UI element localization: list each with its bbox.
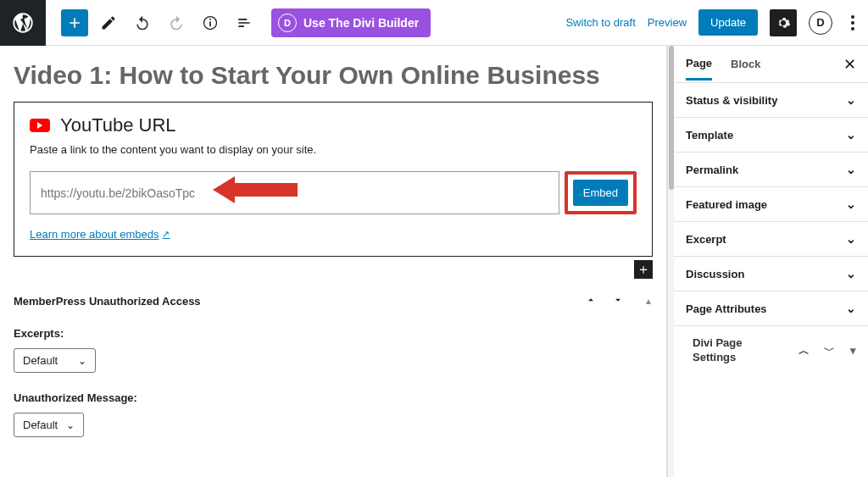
panel-label: Divi Page Settings xyxy=(693,336,769,365)
divi-panel-controls: ︿ ﹀ ▾ xyxy=(787,343,856,358)
panel-page-attributes[interactable]: Page Attributes⌄ xyxy=(674,291,868,326)
panel-excerpt[interactable]: Excerpt⌄ xyxy=(674,222,868,257)
editor-canvas: Video 1: How to Start Your Own Online Bu… xyxy=(0,46,666,477)
chevron-down-icon: ⌄ xyxy=(846,93,856,107)
panel-label: Excerpt xyxy=(686,233,726,246)
wordpress-logo[interactable] xyxy=(0,0,46,46)
section-move-down[interactable] xyxy=(612,294,624,308)
divi-builder-button[interactable]: D Use The Divi Builder xyxy=(271,8,431,37)
sidebar-scrollbar[interactable] xyxy=(667,46,674,477)
info-button[interactable] xyxy=(197,9,224,36)
scrollbar-thumb[interactable] xyxy=(669,46,674,190)
annotation-arrow xyxy=(213,176,298,203)
unauth-message-select[interactable]: Default ⌄ xyxy=(14,413,84,437)
learn-more-link[interactable]: Learn more about embeds ↗ xyxy=(30,228,170,241)
section-toggle[interactable]: ▲ xyxy=(644,297,653,306)
memberpress-heading: MemberPress Unauthorized Access xyxy=(14,295,201,308)
topbar-right: Switch to draft Preview Update D xyxy=(565,9,861,36)
update-button[interactable]: Update xyxy=(698,9,758,36)
svg-rect-2 xyxy=(209,19,211,20)
tab-block[interactable]: Block xyxy=(731,58,760,79)
panel-label: Status & visibility xyxy=(686,94,777,107)
divi-move-up[interactable]: ︿ xyxy=(798,344,810,357)
svg-rect-1 xyxy=(209,21,211,26)
divi-toggle[interactable]: ▾ xyxy=(850,344,856,357)
options-menu-button[interactable] xyxy=(844,12,861,34)
page-title[interactable]: Video 1: How to Start Your Own Online Bu… xyxy=(14,61,653,90)
excerpts-value: Default xyxy=(23,354,58,367)
chevron-down-icon xyxy=(612,294,624,306)
close-sidebar-button[interactable]: ✕ xyxy=(843,55,856,74)
pencil-icon xyxy=(100,14,117,31)
divi-logo-icon: D xyxy=(278,14,297,32)
annotation-highlight: Embed xyxy=(565,171,637,214)
chevron-down-icon: ⌄ xyxy=(78,355,86,367)
panel-label: Discussion xyxy=(686,268,744,280)
undo-icon xyxy=(134,14,151,31)
youtube-embed-block[interactable]: YouTube URL Paste a link to the content … xyxy=(14,102,653,257)
panel-label: Permalink xyxy=(686,164,738,176)
preview-link[interactable]: Preview xyxy=(648,16,687,29)
undo-button[interactable] xyxy=(129,9,156,36)
block-description: Paste a link to the content you want to … xyxy=(30,143,637,156)
add-block-toggle[interactable] xyxy=(61,9,88,36)
divi-round-button[interactable]: D xyxy=(809,11,832,35)
section-move-up[interactable] xyxy=(585,294,597,308)
panel-featured-image[interactable]: Featured image⌄ xyxy=(674,187,868,222)
editor-topbar: D Use The Divi Builder Switch to draft P… xyxy=(0,0,868,46)
chevron-down-icon: ⌄ xyxy=(846,163,856,176)
panel-status[interactable]: Status & visibility⌄ xyxy=(674,83,868,118)
divi-builder-label: Use The Divi Builder xyxy=(303,16,419,30)
chevron-down-icon: ⌄ xyxy=(66,419,75,431)
panel-discussion[interactable]: Discussion⌄ xyxy=(674,257,868,291)
settings-sidebar: Page Block ✕ Status & visibility⌄ Templa… xyxy=(674,46,868,477)
learn-more-label: Learn more about embeds xyxy=(30,228,159,241)
append-block-button[interactable]: ＋ xyxy=(634,260,653,279)
gear-icon xyxy=(776,15,791,31)
redo-button[interactable] xyxy=(163,9,190,36)
outline-button[interactable] xyxy=(231,9,258,36)
redo-icon xyxy=(168,14,185,31)
embed-button[interactable]: Embed xyxy=(573,180,628,206)
panel-label: Featured image xyxy=(686,198,767,211)
tab-page[interactable]: Page xyxy=(686,57,712,80)
switch-to-draft-link[interactable]: Switch to draft xyxy=(565,16,635,29)
chevron-down-icon: ⌄ xyxy=(846,128,856,141)
edit-tool[interactable] xyxy=(95,9,122,36)
info-icon xyxy=(202,14,219,31)
panel-permalink[interactable]: Permalink⌄ xyxy=(674,153,868,187)
chevron-down-icon: ⌄ xyxy=(846,232,856,246)
wordpress-icon xyxy=(11,11,35,35)
panel-label: Page Attributes xyxy=(686,302,767,315)
divi-move-down[interactable]: ﹀ xyxy=(824,344,835,357)
excerpts-select[interactable]: Default ⌄ xyxy=(14,348,96,373)
unauth-value: Default xyxy=(23,419,58,431)
chevron-down-icon: ⌄ xyxy=(846,267,856,280)
plus-icon xyxy=(66,14,83,31)
outline-icon xyxy=(236,14,253,31)
chevron-down-icon: ⌄ xyxy=(846,197,856,211)
settings-button[interactable] xyxy=(770,9,797,36)
panel-divi-settings[interactable]: Divi Page Settings ︿ ﹀ ▾ xyxy=(674,326,868,375)
chevron-up-icon xyxy=(585,294,597,306)
chevron-down-icon: ⌄ xyxy=(846,302,856,315)
memberpress-section-header[interactable]: MemberPress Unauthorized Access ▲ xyxy=(14,294,653,308)
external-link-icon: ↗ xyxy=(162,229,170,240)
excerpts-label: Excerpts: xyxy=(14,327,653,340)
youtube-icon xyxy=(30,119,50,132)
block-heading: YouTube URL xyxy=(60,114,176,136)
panel-template[interactable]: Template⌄ xyxy=(674,118,868,153)
panel-label: Template xyxy=(686,129,733,141)
unauth-label: Unauthorized Message: xyxy=(14,391,653,404)
